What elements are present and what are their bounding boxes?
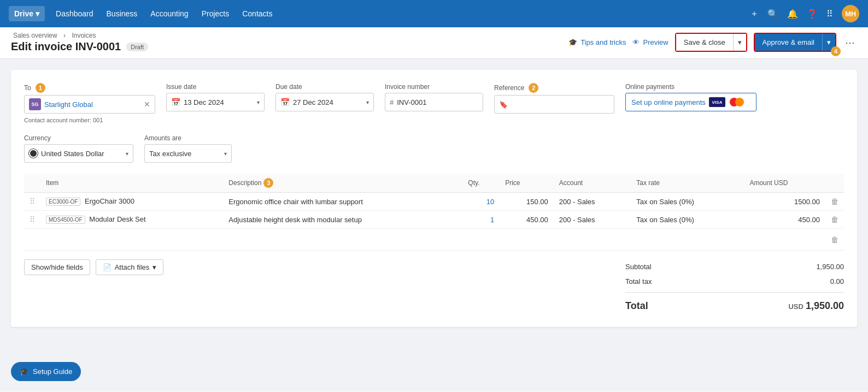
currency-chevron[interactable]: ▾: [126, 151, 128, 157]
preview-button[interactable]: 👁 Preview: [632, 38, 668, 46]
qty-cell-2[interactable]: 1: [462, 211, 500, 229]
empty-amount: [744, 229, 825, 251]
subtotal-label: Subtotal: [625, 263, 652, 271]
breadcrumb-current[interactable]: Invoices: [72, 32, 96, 39]
description-cell-1[interactable]: Ergonomic office chair with lumbar suppo…: [223, 193, 462, 211]
setup-guide-button[interactable]: 🎓 Setup Guide: [11, 362, 81, 381]
search-icon[interactable]: 🔍: [767, 9, 778, 19]
calendar-icon: 📅: [171, 98, 180, 106]
nav-projects[interactable]: Projects: [202, 9, 230, 18]
issue-date-chevron[interactable]: ▾: [257, 99, 260, 105]
table-body: ⠿ EC3000-OF ErgoChair 3000 Ergonomic off…: [24, 193, 844, 251]
attach-chevron[interactable]: ▾: [153, 263, 156, 271]
approve-email-button[interactable]: Approve & email: [755, 34, 822, 51]
breadcrumb-parent[interactable]: Sales overview: [13, 32, 57, 39]
setup-guide-icon: 🎓: [20, 367, 28, 376]
invoice-number-input[interactable]: # INV-0001: [385, 93, 483, 111]
empty-account[interactable]: [554, 229, 631, 251]
attach-files-button[interactable]: 📄 Attach files ▾: [96, 259, 164, 275]
due-calendar-icon: 📅: [280, 98, 290, 106]
step1-badge: 1: [36, 83, 45, 93]
item-name-2: Modular Desk Set: [89, 215, 145, 223]
nav-business[interactable]: Business: [107, 9, 138, 18]
delete-cell-2[interactable]: 🗑: [825, 211, 844, 229]
table-header: Item Description 3 Qty. Price: [24, 174, 844, 193]
step2-badge: 2: [529, 83, 538, 93]
drive-chevron-icon: ▾: [36, 9, 39, 18]
help-icon[interactable]: ❓: [807, 9, 818, 19]
item-name-1: ErgoChair 3000: [85, 197, 134, 205]
avatar[interactable]: MH: [842, 5, 859, 22]
visa-icon: VISA: [709, 97, 725, 107]
nav-dashboard[interactable]: Dashboard: [56, 9, 93, 18]
th-description: Description 3: [223, 174, 462, 193]
invoice-card: To 1 SG Starlight Global ✕ Contact accou…: [11, 70, 857, 327]
grid-icon[interactable]: ⠿: [826, 9, 833, 19]
eye-icon: 👁: [632, 38, 640, 46]
set-up-payments-button[interactable]: Set up online payments VISA: [625, 93, 756, 111]
status-badge: Draft: [126, 43, 148, 51]
invoice-number-field: Invoice number # INV-0001: [385, 83, 483, 111]
show-hide-button[interactable]: Show/hide fields: [24, 259, 90, 275]
tips-tricks-button[interactable]: 🎓 Tips and tricks: [568, 38, 626, 46]
amounts-field: Amounts are Tax exclusive ▾: [144, 134, 232, 163]
amount-cell-1: 1500.00: [744, 193, 825, 211]
empty-tax[interactable]: [631, 229, 744, 251]
delete-icon-empty: 🗑: [831, 235, 838, 244]
drag-handle-2[interactable]: ⠿: [24, 211, 40, 229]
contact-chip[interactable]: SG Starlight Global ✕: [24, 95, 155, 114]
total-row: Total USD1,950.00: [625, 296, 844, 314]
due-date-chevron[interactable]: ▾: [366, 99, 369, 105]
amounts-select[interactable]: Tax exclusive ▾: [144, 144, 232, 163]
drag-handle-1[interactable]: ⠿: [24, 193, 40, 211]
delete-cell-1[interactable]: 🗑: [825, 193, 844, 211]
empty-qty[interactable]: [462, 229, 500, 251]
bell-icon[interactable]: 🔔: [787, 9, 798, 19]
qty-cell-1[interactable]: 10: [462, 193, 500, 211]
invoice-number-value: INV-0001: [397, 98, 426, 106]
qty-value-1: 10: [486, 198, 494, 206]
add-icon[interactable]: ＋: [750, 8, 759, 20]
nav-accounting[interactable]: Accounting: [150, 9, 188, 18]
page-title: Edit invoice INV-0001: [11, 40, 121, 53]
currency-dot-icon: [29, 149, 38, 158]
delete-icon-2: 🗑: [831, 215, 838, 224]
tax-rate-cell-2[interactable]: Tax on Sales (0%): [631, 211, 744, 229]
currency-select[interactable]: United States Dollar ▾: [24, 144, 133, 163]
set-up-payments-label: Set up online payments: [631, 98, 706, 106]
th-drag: [24, 174, 40, 193]
contact-clear-icon[interactable]: ✕: [144, 100, 150, 109]
price-cell-2[interactable]: 450.00: [500, 211, 554, 229]
delete-icon-1: 🗑: [831, 197, 838, 206]
approve-email-container: Approve & email ▾ 4: [754, 33, 836, 52]
contact-account: Contact account number: 001: [24, 117, 155, 123]
more-options-button[interactable]: ⋯: [843, 34, 857, 51]
th-amount: Amount USD: [744, 174, 825, 193]
item-cell-1[interactable]: EC3000-OF ErgoChair 3000: [40, 193, 223, 211]
issue-date-value: 13 Dec 2024: [184, 98, 254, 106]
step3-badge: 3: [263, 178, 273, 188]
drive-button[interactable]: Drive ▾: [9, 6, 45, 21]
item-cell-2[interactable]: MDS4500-OF Modular Desk Set: [40, 211, 223, 229]
save-close-button[interactable]: Save & close: [676, 34, 733, 51]
tax-rate-cell-1[interactable]: Tax on Sales (0%): [631, 193, 744, 211]
price-cell-1[interactable]: 150.00: [500, 193, 554, 211]
bookmark-icon: 🔖: [499, 100, 508, 109]
description-cell-2[interactable]: Adjustable height desk with modular setu…: [223, 211, 462, 229]
due-date-input[interactable]: 📅 27 Dec 2024 ▾: [275, 93, 374, 111]
currency-field: Currency United States Dollar ▾: [24, 134, 133, 163]
nav-contacts[interactable]: Contacts: [242, 9, 272, 18]
reference-input[interactable]: 🔖: [494, 95, 614, 114]
amounts-chevron[interactable]: ▾: [224, 151, 227, 157]
account-cell-2[interactable]: 200 - Sales: [554, 211, 631, 229]
empty-price[interactable]: [500, 229, 554, 251]
empty-item[interactable]: [40, 229, 223, 251]
issue-date-input[interactable]: 📅 13 Dec 2024 ▾: [166, 93, 265, 111]
account-cell-1[interactable]: 200 - Sales: [554, 193, 631, 211]
empty-desc[interactable]: [223, 229, 462, 251]
save-close-dropdown-button[interactable]: ▾: [733, 34, 746, 51]
header-actions: 🎓 Tips and tricks 👁 Preview Save & close…: [568, 33, 857, 52]
table-row: ⠿ MDS4500-OF Modular Desk Set Adjustable…: [24, 211, 844, 229]
empty-delete[interactable]: 🗑: [825, 229, 844, 251]
save-close-group: Save & close ▾: [675, 33, 747, 52]
